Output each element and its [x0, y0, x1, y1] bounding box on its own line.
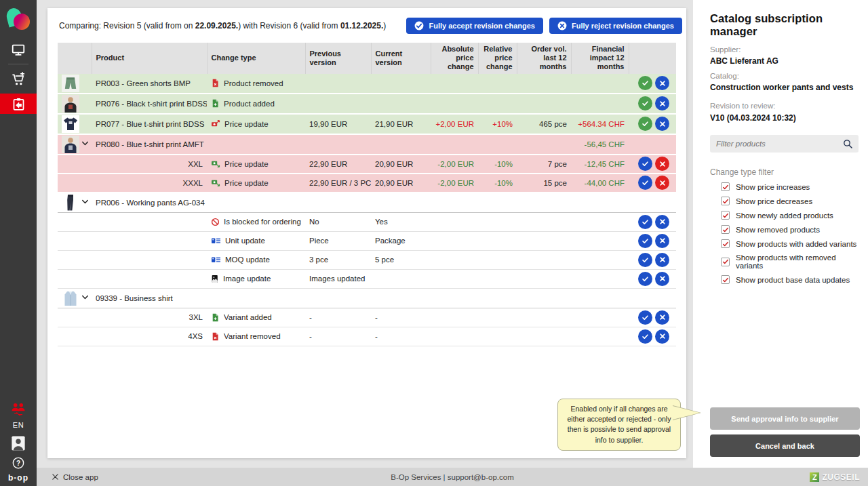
absolute-price-change-cell	[431, 269, 478, 288]
relative-price-change-cell	[478, 212, 517, 231]
accept-change-button[interactable]	[638, 117, 652, 131]
filter-checkbox-row[interactable]: Show removed products	[721, 225, 859, 234]
product-image-cell	[58, 74, 92, 94]
accept-change-button[interactable]	[638, 157, 652, 171]
change-type-label: Variant removed	[224, 332, 281, 340]
product-name	[92, 231, 207, 250]
product-image-black-tshirt-model	[62, 95, 79, 113]
send-approval-button[interactable]: Send approval info to supplier	[710, 407, 860, 430]
cancel-and-back-button[interactable]: Cancel and back	[710, 434, 860, 457]
current-version-cell: Package	[371, 231, 431, 250]
order-volume-cell: 465 pce	[517, 114, 571, 134]
current-version-cell: 20,90 EUR	[371, 155, 431, 174]
change-type-cell: Unit update	[207, 231, 305, 250]
panel-title: Catalog subscription manager	[710, 12, 859, 38]
absolute-price-change-cell	[431, 193, 478, 213]
checkbox[interactable]	[721, 225, 730, 234]
column-header: Absolute price change	[431, 43, 478, 74]
fully-accept-button[interactable]: Fully accept revision changes	[406, 18, 543, 34]
change-type-cell: Image update	[207, 269, 305, 288]
reject-change-button[interactable]	[655, 253, 669, 267]
table-row: XXLPrice update22,90 EUR20,90 EUR-2,00 E…	[58, 155, 676, 174]
user-avatar-icon[interactable]	[0, 434, 37, 453]
previous-version-cell	[305, 94, 371, 114]
reject-change-button[interactable]	[655, 96, 669, 110]
chevron-down-icon	[81, 293, 90, 302]
expand-toggle[interactable]	[81, 139, 90, 149]
accept-change-button[interactable]	[638, 176, 652, 190]
search-icon[interactable]	[842, 138, 853, 152]
change-type-cell: Variant removed	[207, 327, 305, 346]
table-row: 09339 - Business shirt	[58, 288, 676, 308]
language-selector[interactable]: EN	[0, 419, 37, 431]
accept-change-button[interactable]	[638, 234, 652, 248]
supplier-value: ABC Lieferant AG	[710, 56, 859, 66]
accept-change-button[interactable]	[638, 329, 652, 344]
nav-item-catalog-review-active[interactable]	[0, 94, 37, 114]
product-name: PR077 - Blue t-shirt print BDSS	[92, 114, 207, 134]
checkbox[interactable]	[721, 258, 730, 266]
filter-checkbox-row[interactable]: Show price increases	[721, 182, 859, 191]
product-name: PR080 - Blue t-shirt print AMFT	[92, 134, 207, 155]
accept-change-button[interactable]	[638, 215, 652, 229]
product-name: 09339 - Business shirt	[92, 288, 207, 308]
filter-products-input[interactable]	[710, 135, 859, 153]
filter-checkbox-row[interactable]: Show newly added products	[721, 211, 859, 220]
change-type-cell	[207, 134, 305, 155]
column-header: Current version	[371, 43, 431, 74]
red-check-icon	[722, 184, 729, 190]
accept-change-button[interactable]	[638, 253, 652, 267]
financial-impact-cell	[571, 308, 629, 327]
table-row: MOQ update3 pce5 pce	[58, 250, 676, 269]
reject-change-button[interactable]	[655, 117, 669, 131]
actions-cell	[629, 308, 676, 327]
previous-version-cell	[305, 288, 371, 308]
accept-change-button[interactable]	[638, 310, 652, 325]
variant-size: XXL	[92, 155, 207, 174]
change-type-cell: MOQ update	[207, 250, 305, 269]
current-version-cell	[371, 134, 431, 155]
reject-change-button[interactable]	[655, 76, 669, 90]
product-name	[92, 212, 207, 231]
cart-plus-icon[interactable]	[0, 69, 37, 89]
checkbox[interactable]	[721, 182, 730, 191]
reject-change-button[interactable]	[655, 157, 669, 171]
help-icon[interactable]: ?	[0, 454, 37, 472]
filter-checkbox-row[interactable]: Show price decreases	[721, 197, 859, 205]
reject-change-button[interactable]	[655, 310, 669, 325]
reject-change-button[interactable]	[655, 176, 669, 190]
accept-change-button[interactable]	[638, 76, 652, 90]
checkbox[interactable]	[721, 211, 730, 220]
relative-price-change-cell	[478, 94, 517, 114]
fully-reject-button[interactable]: Fully reject revision changes	[549, 18, 682, 34]
reject-change-button[interactable]	[655, 234, 669, 248]
checkbox[interactable]	[721, 239, 730, 248]
app-logo	[0, 5, 37, 34]
expand-toggle[interactable]	[81, 293, 90, 303]
price-decrease-icon	[211, 159, 220, 168]
change-type-cell	[207, 193, 305, 213]
reject-change-button[interactable]	[655, 329, 669, 344]
order-volume-cell: 7 pce	[517, 155, 571, 174]
product-image-cell	[58, 269, 92, 288]
actions-cell	[629, 212, 676, 231]
financial-impact-cell: -44,00 CHF	[571, 174, 629, 193]
previous-version-cell	[305, 74, 371, 94]
expand-toggle[interactable]	[81, 197, 90, 207]
relative-price-change-cell	[478, 327, 517, 346]
accept-change-button[interactable]	[638, 96, 652, 110]
reject-change-button[interactable]	[655, 215, 669, 229]
filter-checkbox-row[interactable]: Show product base data updates	[721, 275, 859, 284]
monitor-icon[interactable]	[0, 41, 37, 60]
current-version-cell: -	[371, 308, 431, 327]
switch-supplier-icon[interactable]	[0, 400, 37, 418]
filter-checkbox-row[interactable]: Show products with added variants	[721, 239, 859, 248]
accept-change-button[interactable]	[638, 272, 652, 286]
checkbox[interactable]	[721, 275, 730, 284]
reject-change-button[interactable]	[655, 272, 669, 286]
checkbox[interactable]	[721, 197, 730, 205]
filter-checkbox-row[interactable]: Show products with removed variants	[721, 254, 859, 270]
filter-label: Show removed products	[736, 226, 820, 234]
product-image-working-pants	[62, 194, 79, 211]
table-row: PR077 - Blue t-shirt print BDSSPrice upd…	[58, 114, 676, 134]
